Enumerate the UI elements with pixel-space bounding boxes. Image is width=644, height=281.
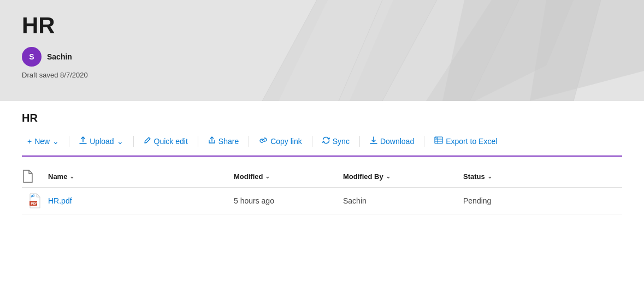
file-name: HR.pdf xyxy=(48,196,72,205)
sync-icon xyxy=(322,136,330,146)
col-status-label: Status xyxy=(463,172,485,181)
export-label: Export to Excel xyxy=(446,137,497,146)
toolbar-divider-4 xyxy=(249,136,249,147)
sync-label: Sync xyxy=(333,137,350,146)
sync-button[interactable]: Sync xyxy=(317,133,355,149)
modified-by-cell: Sachin xyxy=(343,196,463,205)
table-row: PDF HR.pdf 5 hours ago Sachin Pending xyxy=(22,188,622,214)
col-header-modified[interactable]: Modified ⌄ xyxy=(234,170,343,183)
plus-icon: + xyxy=(27,137,32,146)
status-sort-icon: ⌄ xyxy=(487,173,492,180)
toolbar-divider-7 xyxy=(424,136,424,147)
pdf-file-icon: PDF xyxy=(28,193,42,208)
modified-cell: 5 hours ago xyxy=(234,196,343,205)
new-label: New xyxy=(34,137,50,146)
user-row: S Sachin xyxy=(22,47,622,67)
upload-icon xyxy=(79,136,87,146)
col-modified-label: Modified xyxy=(234,172,263,181)
file-name-cell[interactable]: HR.pdf xyxy=(48,196,234,205)
upload-button[interactable]: Upload ⌄ xyxy=(74,133,128,149)
header-content: HR S Sachin Draft saved 8/7/2020 xyxy=(0,0,644,90)
col-header-modified-by[interactable]: Modified By ⌄ xyxy=(343,170,463,183)
quick-edit-label: Quick edit xyxy=(154,137,188,146)
download-label: Download xyxy=(380,137,414,146)
copy-link-button[interactable]: Copy link xyxy=(253,133,308,149)
copy-link-label: Copy link xyxy=(270,137,302,146)
modified-by-sort-icon: ⌄ xyxy=(386,173,391,180)
modified-sort-icon: ⌄ xyxy=(265,173,270,180)
excel-icon xyxy=(434,136,443,146)
chevron-down-icon: ⌄ xyxy=(52,137,59,146)
file-list: Name ⌄ Modified ⌄ Modified By ⌄ Status ⌄ xyxy=(22,165,622,214)
upload-chevron-icon: ⌄ xyxy=(117,137,123,146)
link-icon xyxy=(259,136,268,146)
file-icon-cell: PDF xyxy=(22,193,48,208)
new-button[interactable]: + New ⌄ xyxy=(22,134,64,149)
toolbar-divider-3 xyxy=(198,136,198,147)
pencil-icon xyxy=(144,136,151,146)
col-header-status[interactable]: Status ⌄ xyxy=(463,170,562,183)
toolbar-divider-5 xyxy=(312,136,312,147)
header-title: HR xyxy=(22,13,622,38)
main-content: HR + New ⌄ Upload ⌄ xyxy=(0,101,644,225)
toolbar-divider-2 xyxy=(133,136,134,147)
toolbar: + New ⌄ Upload ⌄ Quick edit xyxy=(22,133,622,157)
file-column-icon xyxy=(22,170,33,183)
download-icon xyxy=(370,136,377,146)
draft-saved: Draft saved 8/7/2020 xyxy=(22,71,622,79)
file-list-header: Name ⌄ Modified ⌄ Modified By ⌄ Status ⌄ xyxy=(22,165,622,188)
col-name-label: Name xyxy=(48,172,67,181)
quick-edit-button[interactable]: Quick edit xyxy=(138,133,193,149)
share-button[interactable]: Share xyxy=(203,133,244,149)
download-button[interactable]: Download xyxy=(364,133,420,149)
page-title: HR xyxy=(22,112,622,124)
avatar: S xyxy=(22,47,42,67)
toolbar-divider-1 xyxy=(69,136,69,147)
share-icon xyxy=(208,136,216,146)
toolbar-divider-6 xyxy=(359,136,360,147)
svg-text:PDF: PDF xyxy=(31,202,38,205)
share-label: Share xyxy=(218,137,239,146)
col-modified-by-label: Modified By xyxy=(343,172,383,181)
export-button[interactable]: Export to Excel xyxy=(429,133,503,149)
name-sort-icon: ⌄ xyxy=(69,173,74,180)
upload-label: Upload xyxy=(90,137,114,146)
header-banner: HR S Sachin Draft saved 8/7/2020 xyxy=(0,0,644,101)
user-name: Sachin xyxy=(47,52,72,61)
col-header-name[interactable]: Name ⌄ xyxy=(48,170,234,183)
status-cell: Pending xyxy=(463,196,562,205)
